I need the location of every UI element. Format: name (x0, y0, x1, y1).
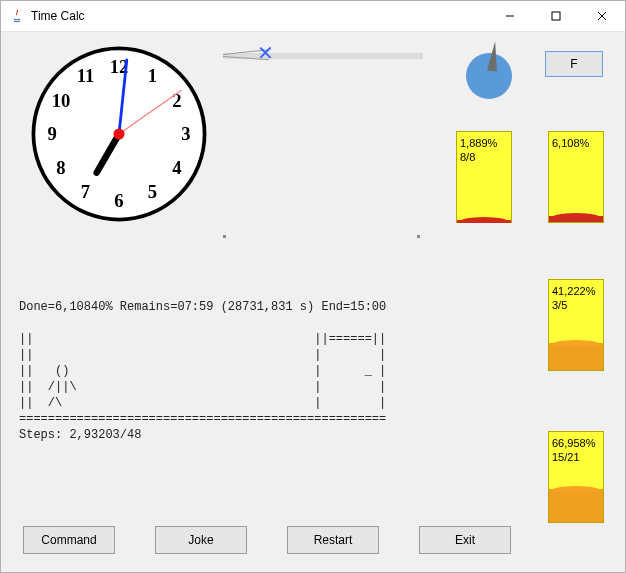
analog-clock: 121234567891011 (26, 41, 212, 227)
svg-text:11: 11 (77, 65, 95, 86)
progress-percent: 41,222% (552, 284, 600, 298)
progress-count: 15/21 (552, 450, 600, 464)
progress-box-4: 66,958% 15/21 (548, 431, 604, 523)
status-text: Done=6,10840% Remains=07:59 (28731,831 s… (19, 299, 386, 443)
marker-dot (417, 235, 420, 238)
svg-text:5: 5 (148, 181, 157, 202)
java-icon (9, 8, 25, 24)
close-button[interactable] (579, 1, 625, 31)
svg-text:1: 1 (148, 65, 157, 86)
window-title: Time Calc (31, 9, 487, 23)
title-bar[interactable]: Time Calc (1, 1, 625, 32)
progress-percent: 1,889% (460, 136, 508, 150)
svg-text:8: 8 (56, 157, 65, 178)
button-row: Command Joke Restart Exit (23, 526, 511, 554)
ascii-art: || ||======|| || | | || () | _ | || /||\… (19, 332, 386, 426)
content-area: 121234567891011 ✕ F 1,889% 8/8 6,108% (1, 31, 625, 572)
svg-text:6: 6 (114, 190, 123, 211)
restart-button[interactable]: Restart (287, 526, 379, 554)
maximize-button[interactable] (533, 1, 579, 31)
progress-fill (457, 220, 511, 222)
progress-count: 3/5 (552, 298, 600, 312)
svg-text:4: 4 (172, 157, 181, 178)
window-buttons (487, 1, 625, 31)
progress-fill (549, 343, 603, 370)
svg-text:7: 7 (81, 181, 90, 202)
svg-text:9: 9 (47, 123, 56, 144)
exit-button[interactable]: Exit (419, 526, 511, 554)
svg-text:3: 3 (181, 123, 190, 144)
progress-percent: 66,958% (552, 436, 600, 450)
f-button[interactable]: F (545, 51, 603, 77)
progress-fill (549, 489, 603, 522)
joke-button[interactable]: Joke (155, 526, 247, 554)
svg-point-20 (113, 128, 124, 139)
steps-line: Steps: 2,93203/48 (19, 428, 141, 442)
progress-percent: 6,108% (552, 136, 600, 150)
progress-bar-top: ✕ (223, 53, 423, 59)
progress-fill (549, 216, 603, 222)
command-button[interactable]: Command (23, 526, 115, 554)
minimize-button[interactable] (487, 1, 533, 31)
progress-box-1: 1,889% 8/8 (456, 131, 512, 223)
x-mark-icon: ✕ (257, 43, 274, 63)
marker-dot (223, 235, 226, 238)
status-line: Done=6,10840% Remains=07:59 (28731,831 s… (19, 300, 386, 314)
progress-count: 8/8 (460, 150, 508, 164)
app-window: Time Calc 121234567891011 ✕ F (0, 0, 626, 573)
svg-rect-1 (552, 12, 560, 20)
svg-text:10: 10 (52, 90, 71, 111)
progress-box-2: 6,108% (548, 131, 604, 223)
progress-box-3: 41,222% 3/5 (548, 279, 604, 371)
